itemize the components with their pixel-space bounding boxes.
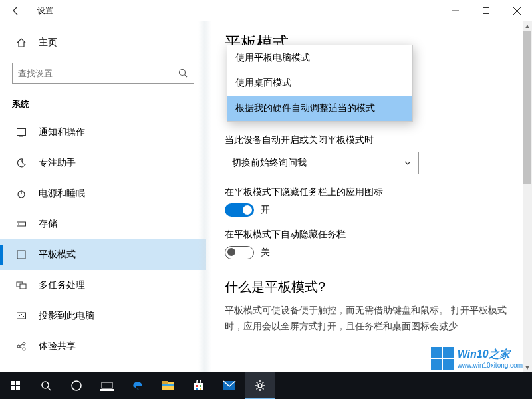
cortana-icon[interactable] xyxy=(61,372,92,399)
svg-line-3 xyxy=(185,75,188,78)
storage-icon xyxy=(15,219,28,229)
scroll-down-arrow[interactable]: ▼ xyxy=(523,363,532,372)
scrollbar-thumb[interactable] xyxy=(523,31,531,184)
svg-line-22 xyxy=(48,388,51,390)
sidebar-item-multitask[interactable]: 多任务处理 xyxy=(0,270,206,301)
svg-rect-32 xyxy=(196,388,198,390)
dropdown-option[interactable]: 使用平板电脑模式 xyxy=(227,45,412,70)
svg-point-16 xyxy=(23,348,25,350)
svg-point-21 xyxy=(42,382,49,388)
svg-rect-18 xyxy=(16,381,20,385)
svg-rect-31 xyxy=(200,385,201,387)
sidebar-item-label: 投影到此电脑 xyxy=(39,310,94,322)
moon-icon xyxy=(15,158,28,168)
toggle-state: 开 xyxy=(261,204,270,216)
close-button[interactable] xyxy=(501,0,532,21)
svg-rect-24 xyxy=(102,382,112,388)
sidebar-item-notifications[interactable]: 通知和操作 xyxy=(0,117,206,148)
svg-point-8 xyxy=(18,223,19,225)
hide-icons-toggle[interactable] xyxy=(225,203,254,217)
setting-label: 当此设备自动开启或关闭平板模式时 xyxy=(225,134,513,146)
signin-mode-dropdown[interactable]: 使用平板电脑模式 使用桌面模式 根据我的硬件自动调整适当的模式 xyxy=(227,45,413,122)
mail-icon[interactable] xyxy=(214,372,245,399)
multitask-icon xyxy=(15,280,28,291)
sidebar-item-label: 通知和操作 xyxy=(39,126,85,138)
edge-icon[interactable] xyxy=(122,372,153,399)
sidebar-item-tablet[interactable]: 平板模式 xyxy=(0,239,206,270)
sidebar-item-label: 电源和睡眠 xyxy=(39,188,85,200)
svg-point-15 xyxy=(23,342,25,345)
setting-label: 在平板模式下隐藏任务栏上的应用图标 xyxy=(225,186,513,198)
sidebar-item-label: 专注助手 xyxy=(39,157,76,169)
minimize-button[interactable] xyxy=(440,0,471,21)
sidebar-item-projecting[interactable]: 投影到此电脑 xyxy=(0,301,206,331)
toggle-state: 关 xyxy=(261,247,270,259)
svg-rect-1 xyxy=(483,8,489,14)
search-icon xyxy=(178,68,188,78)
about-heading: 什么是平板模式? xyxy=(225,278,513,296)
select-value: 切换前始终询问我 xyxy=(232,157,307,169)
store-icon[interactable] xyxy=(184,372,214,399)
hide-taskbar-toggle[interactable] xyxy=(225,246,254,259)
sidebar-item-label: 存储 xyxy=(39,218,57,230)
scroll-up-arrow[interactable]: ▲ xyxy=(523,21,532,31)
svg-rect-17 xyxy=(11,381,15,385)
dropdown-option[interactable]: 使用桌面模式 xyxy=(227,70,412,96)
sidebar-item-focus[interactable]: 专注助手 xyxy=(0,148,206,178)
sidebar-item-storage[interactable]: 存储 xyxy=(0,209,206,239)
sidebar-item-label: 平板模式 xyxy=(39,249,76,261)
svg-point-35 xyxy=(258,384,262,388)
svg-rect-9 xyxy=(17,251,25,259)
svg-point-2 xyxy=(180,70,186,76)
titlebar: 设置 xyxy=(0,0,532,21)
setting-label: 在平板模式下自动隐藏任务栏 xyxy=(225,229,513,241)
notifications-icon xyxy=(15,127,28,138)
svg-rect-12 xyxy=(20,284,26,289)
svg-point-14 xyxy=(17,345,20,348)
home-label: 主页 xyxy=(39,37,57,49)
svg-rect-29 xyxy=(194,383,203,390)
category-heading: 系统 xyxy=(0,93,206,117)
search-field[interactable] xyxy=(18,68,178,78)
home-link[interactable]: 主页 xyxy=(0,29,206,56)
svg-rect-27 xyxy=(162,381,168,384)
svg-rect-19 xyxy=(11,386,15,390)
taskbar xyxy=(0,372,532,399)
svg-rect-25 xyxy=(100,389,114,391)
tablet-icon xyxy=(15,249,28,260)
home-icon xyxy=(15,37,28,48)
svg-rect-4 xyxy=(17,129,26,136)
sidebar-item-power[interactable]: 电源和睡眠 xyxy=(0,178,206,209)
scrollbar[interactable]: ▲ ▼ xyxy=(523,21,532,372)
taskview-icon[interactable] xyxy=(92,372,122,399)
svg-rect-20 xyxy=(16,386,20,390)
sidebar: 主页 系统 通知和操作 专注助手 电源和睡眠 xyxy=(0,21,206,372)
power-icon xyxy=(15,188,28,199)
svg-rect-30 xyxy=(196,385,198,387)
search-input[interactable] xyxy=(12,63,194,84)
dropdown-option-selected[interactable]: 根据我的硬件自动调整适当的模式 xyxy=(227,96,412,121)
about-text: 平板模式可使设备便于触控，而无需借助键盘和鼠标。 打开平板模式时，应用会以全屏方… xyxy=(225,303,513,334)
project-icon xyxy=(15,311,28,321)
auto-switch-select[interactable]: 切换前始终询问我 xyxy=(225,152,419,174)
share-icon xyxy=(15,341,28,352)
sidebar-item-shared[interactable]: 体验共享 xyxy=(0,331,206,362)
maximize-button[interactable] xyxy=(471,0,501,21)
svg-rect-28 xyxy=(162,384,174,386)
search-taskbar-icon[interactable] xyxy=(31,372,61,399)
svg-rect-33 xyxy=(200,388,201,390)
back-button[interactable] xyxy=(0,0,32,21)
svg-point-23 xyxy=(72,381,81,390)
sidebar-item-label: 体验共享 xyxy=(39,340,76,352)
chevron-down-icon xyxy=(404,159,412,167)
sidebar-item-label: 多任务处理 xyxy=(39,279,85,291)
explorer-icon[interactable] xyxy=(153,372,184,399)
start-button[interactable] xyxy=(0,372,31,399)
window-title: 设置 xyxy=(37,5,53,17)
settings-taskbar-icon[interactable] xyxy=(245,372,275,399)
